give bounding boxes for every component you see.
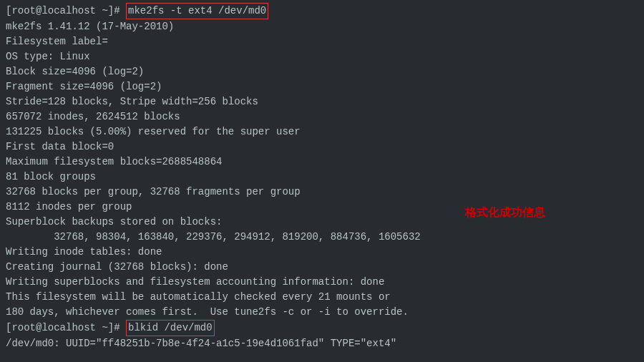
output-line-18: Creating journal (32768 blocks): done xyxy=(6,260,638,275)
output-line-6: Stride=128 blocks, Stripe width=256 bloc… xyxy=(6,94,638,109)
output-line-17: Writing inode tables: done xyxy=(6,245,638,260)
command-2-highlight: blkid /dev/md0 xyxy=(126,320,215,336)
command-1: mke2fs -t ext4 /dev/md0 xyxy=(128,5,266,16)
output-line-8: 131225 blocks (5.00%) reserved for the s… xyxy=(6,124,638,140)
prompt-line-2: [root@localhost ~]# blkid /dev/md0 xyxy=(6,320,638,336)
annotation-format-success: 格式化成功信息 xyxy=(465,204,545,221)
output2-line-1: /dev/md0: UUID="ff48251b-7b8e-4f24-a1c5-… xyxy=(6,336,638,351)
output-line-15: 32768, 98304, 163840, 229376, 294912, 81… xyxy=(6,230,638,245)
prompt-prefix-2: [root@localhost ~]# xyxy=(6,322,126,333)
output-line-4: Block size=4096 (log=2) xyxy=(6,64,638,79)
output-line-1: mke2fs 1.41.12 (17-May-2010) xyxy=(6,19,638,34)
command-2: blkid /dev/md0 xyxy=(128,322,213,333)
output-line-9: First data block=0 xyxy=(6,140,638,155)
prompt-prefix-1: [root@localhost ~]# xyxy=(6,5,126,16)
output-line-3: OS type: Linux xyxy=(6,49,638,64)
output-line-21: This filesystem will be automatically ch… xyxy=(6,290,638,305)
output-line-22: 180 days, whichever comes first. Use tun… xyxy=(6,305,638,320)
output-line-7: 657072 inodes, 2624512 blocks xyxy=(6,109,638,124)
output-line-10: Maximum filesystem blocks=2688548864 xyxy=(6,155,638,170)
output-line-11: 81 block groups xyxy=(6,170,638,185)
output-line-12: 32768 blocks per group, 32768 fragments … xyxy=(6,185,638,200)
command-1-highlight: mke2fs -t ext4 /dev/md0 xyxy=(126,3,268,19)
output-line-19: Writing superblocks and filesystem accou… xyxy=(6,275,638,290)
output-line-5: Fragment size=4096 (log=2) xyxy=(6,79,638,94)
prompt-line-1: [root@localhost ~]# mke2fs -t ext4 /dev/… xyxy=(6,3,638,19)
output-line-2: Filesystem label= xyxy=(6,34,638,49)
